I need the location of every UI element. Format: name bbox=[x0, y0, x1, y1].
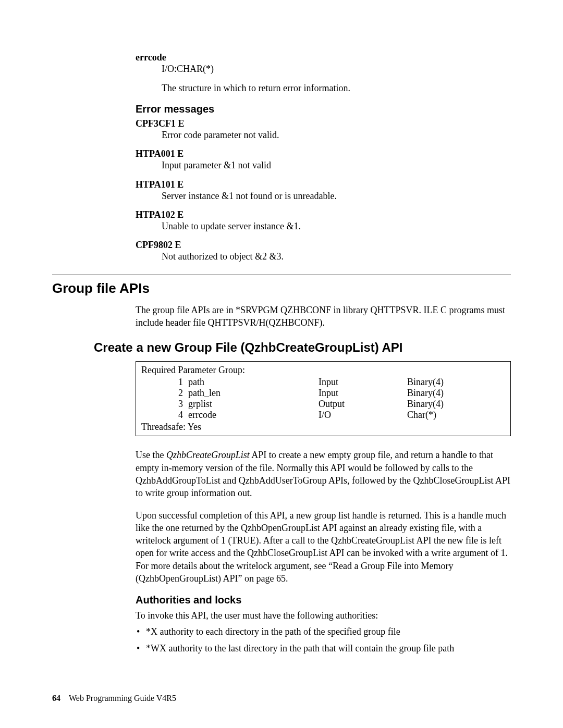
errmsg-desc: Not authorized to object &2 &3. bbox=[162, 251, 511, 263]
errcode-def: I/O:CHAR(*) The structure in which to re… bbox=[162, 63, 511, 95]
group-file-intro: The group file APIs are in *SRVPGM QZHBC… bbox=[136, 304, 511, 329]
param-row: 2 path_len Input Binary(4) bbox=[141, 388, 505, 399]
errmsg-code: HTPA102 E bbox=[136, 209, 511, 220]
param-io: Input bbox=[319, 388, 407, 399]
errmsg-code: HTPA101 E bbox=[136, 179, 511, 190]
para1-pre: Use the bbox=[136, 450, 166, 460]
param-num: 2 bbox=[141, 388, 188, 399]
param-io: Input bbox=[319, 377, 407, 388]
errmsg-code: HTPA001 E bbox=[136, 149, 511, 159]
page: errcode I/O:CHAR(*) The structure in whi… bbox=[0, 0, 563, 728]
param-io: Output bbox=[319, 399, 407, 410]
param-row: 4 errcode I/O Char(*) bbox=[141, 410, 505, 421]
create-api-para2: Upon successful completion of this API, … bbox=[136, 509, 511, 585]
footer-title: Web Programming Guide V4R5 bbox=[69, 694, 176, 702]
param-num: 1 bbox=[141, 377, 188, 388]
error-messages-heading: Error messages bbox=[136, 103, 511, 115]
authorities-intro: To invoke this API, the user must have t… bbox=[136, 609, 511, 622]
create-group-file-heading: Create a new Group File (QzhbCreateGroup… bbox=[94, 340, 511, 355]
authorities-heading: Authorities and locks bbox=[136, 594, 511, 606]
para1-api: QzhbCreateGroupList bbox=[166, 450, 250, 460]
errcode-line1: I/O:CHAR(*) bbox=[162, 63, 511, 75]
param-type: Char(*) bbox=[407, 410, 505, 421]
authorities-bullet: *X authority to each directory in the pa… bbox=[136, 625, 511, 638]
param-row: 1 path Input Binary(4) bbox=[141, 377, 505, 388]
errcode-line2: The structure in which to return error i… bbox=[162, 82, 511, 94]
error-messages-block: Error messages CPF3CF1 E Error code para… bbox=[136, 103, 511, 263]
param-num: 4 bbox=[141, 410, 188, 421]
threadsafe-line: Threadsafe: Yes bbox=[141, 422, 505, 433]
create-api-para1: Use the QzhbCreateGroupList API to creat… bbox=[136, 449, 511, 499]
param-name: path_len bbox=[188, 388, 319, 399]
param-table: Required Parameter Group: 1 path Input B… bbox=[136, 361, 511, 436]
param-name: grplist bbox=[188, 399, 319, 410]
errmsg-desc: Unable to update server instance &1. bbox=[162, 220, 511, 232]
authorities-list: *X authority to each directory in the pa… bbox=[136, 625, 511, 655]
param-table-block: Required Parameter Group: 1 path Input B… bbox=[136, 361, 511, 655]
group-file-intro-block: The group file APIs are in *SRVPGM QZHBC… bbox=[136, 304, 511, 329]
errmsg-desc: Input parameter &1 not valid bbox=[162, 159, 511, 171]
param-num: 3 bbox=[141, 399, 188, 410]
authorities-bullet: *WX authority to the last directory in t… bbox=[136, 642, 511, 655]
param-type: Binary(4) bbox=[407, 377, 505, 388]
param-table-title: Required Parameter Group: bbox=[141, 365, 505, 376]
errmsg-code: CPF3CF1 E bbox=[136, 118, 511, 129]
param-io: I/O bbox=[319, 410, 407, 421]
page-footer: 64Web Programming Guide V4R5 bbox=[52, 694, 176, 703]
page-number: 64 bbox=[52, 694, 60, 702]
param-row: 3 grplist Output Binary(4) bbox=[141, 399, 505, 410]
errcode-term: errcode bbox=[136, 52, 511, 63]
section-rule bbox=[52, 275, 511, 275]
param-name: errcode bbox=[188, 410, 319, 421]
param-name: path bbox=[188, 377, 319, 388]
param-type: Binary(4) bbox=[407, 388, 505, 399]
errmsg-desc: Error code parameter not valid. bbox=[162, 129, 511, 141]
param-type: Binary(4) bbox=[407, 399, 505, 410]
errcode-block: errcode I/O:CHAR(*) The structure in whi… bbox=[136, 52, 511, 95]
group-file-apis-heading: Group file APIs bbox=[52, 280, 511, 297]
errmsg-code: CPF9802 E bbox=[136, 240, 511, 251]
errmsg-desc: Server instance &1 not found or is unrea… bbox=[162, 190, 511, 202]
